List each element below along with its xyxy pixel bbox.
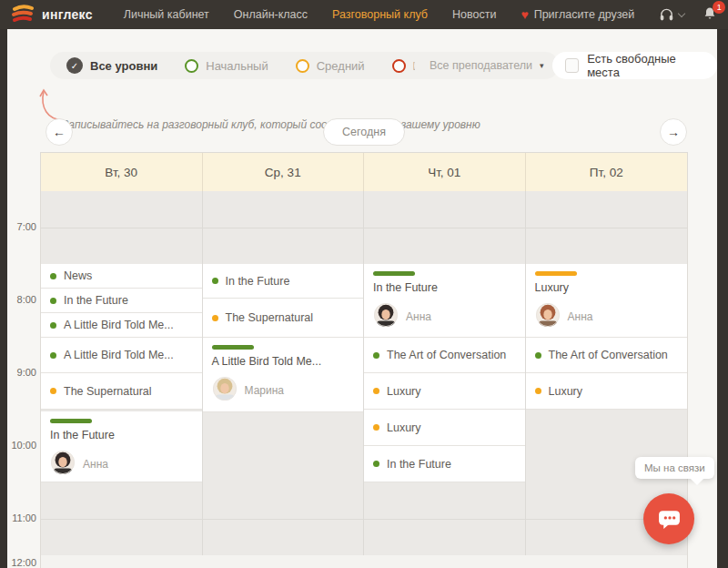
teacher-name: Анна <box>568 310 593 323</box>
arrow-right-icon: → <box>667 125 680 139</box>
teacher-name: Анна <box>406 310 431 323</box>
event-slot[interactable]: The Supernatural <box>203 299 364 338</box>
level-dot-icon <box>212 315 218 321</box>
level-dot-icon <box>50 273 56 279</box>
schedule-grid: Вт, 30 Ср, 31 Чт, 01 Пт, 02 News In the … <box>41 153 687 568</box>
level-dot-icon <box>212 278 218 284</box>
event-card[interactable]: In the Future <box>41 411 202 482</box>
day-column-tue: News In the Future A Little Bird Told Me… <box>41 264 203 482</box>
day-column-fri: Luxury <box>526 264 688 482</box>
grid-header-row: Вт, 30 Ср, 31 Чт, 01 Пт, 02 <box>41 153 687 191</box>
level-filter-beginner[interactable]: Начальный <box>185 59 268 73</box>
notification-badge: 1 <box>713 1 725 14</box>
empty-cell <box>203 482 365 555</box>
event-slot[interactable]: Luxury <box>364 410 525 446</box>
main-content: ✓ Все уровни Начальный Средний Высокий В… <box>7 29 717 568</box>
level-bar-icon <box>212 345 254 350</box>
today-button[interactable]: Сегодня <box>323 118 405 146</box>
logo[interactable]: инглекс <box>11 5 93 25</box>
event-slot[interactable]: The Art of Conversation <box>526 338 688 373</box>
event-slot[interactable]: The Supernatural <box>41 373 202 410</box>
event-slot[interactable]: Luxury <box>526 373 688 410</box>
event-slot[interactable]: In the Future <box>203 264 364 299</box>
green-ring-icon <box>185 59 198 73</box>
time-label: 8:00 <box>7 294 36 307</box>
yellow-ring-icon <box>296 59 309 73</box>
day-header-tue: Вт, 30 <box>41 153 203 191</box>
level-dot-icon <box>50 352 56 359</box>
notifications-button[interactable]: 1 <box>703 5 717 25</box>
hint-text: Записывайтесь на разговорный клуб, котор… <box>62 118 480 131</box>
nav-item-invite-friends[interactable]: ♥ Пригласите друзей <box>521 8 634 21</box>
level-dot-icon <box>50 298 56 304</box>
chat-button[interactable] <box>643 493 694 544</box>
level-filter-all[interactable]: ✓ Все уровни <box>66 57 157 74</box>
level-dot-icon <box>535 388 541 394</box>
chevron-down-icon <box>678 9 685 16</box>
event-slot[interactable]: In the Future <box>364 446 525 482</box>
empty-cell <box>526 191 688 264</box>
teacher-avatar <box>50 450 76 479</box>
empty-evening-band <box>41 482 687 555</box>
day-header-fri: Пт, 02 <box>526 153 688 191</box>
heart-icon: ♥ <box>521 8 528 21</box>
prev-week-button[interactable]: ← <box>46 118 73 146</box>
teacher-avatar <box>212 376 238 405</box>
time-label: 7:00 <box>7 221 36 234</box>
day-header-wed: Ср, 31 <box>203 153 365 191</box>
nav-item-online-class[interactable]: Онлайн-класс <box>234 8 308 21</box>
empty-cell <box>203 191 365 264</box>
top-nav: инглекс Личный кабинет Онлайн-класс Разг… <box>0 0 728 29</box>
next-hour-row <box>41 555 687 568</box>
event-card[interactable]: In the Future <box>364 264 525 338</box>
caret-down-icon: ▾ <box>540 61 544 70</box>
level-filter-group: ✓ Все уровни Начальный Средний Высокий <box>50 52 477 79</box>
event-slot[interactable]: A Little Bird Told Me... <box>41 338 202 373</box>
level-dot-icon <box>50 388 56 394</box>
level-dot-icon <box>50 322 56 329</box>
level-bar-icon <box>50 419 92 423</box>
level-bar-icon <box>535 271 577 276</box>
support-menu[interactable] <box>659 7 684 22</box>
level-bar-icon <box>373 271 415 276</box>
event-slot[interactable]: In the Future <box>41 289 202 313</box>
teachers-dropdown[interactable]: Все преподаватели ▾ <box>414 52 559 79</box>
event-slot[interactable]: A Little Bird Told Me... <box>41 313 202 338</box>
hint-arrow-icon <box>33 64 66 122</box>
event-slot[interactable]: News <box>41 264 202 289</box>
empty-cell <box>41 191 203 264</box>
check-circle-icon: ✓ <box>66 57 83 74</box>
teacher-avatar <box>535 302 561 331</box>
day-header-thu: Чт, 01 <box>364 153 526 191</box>
chat-tooltip: Мы на связи <box>635 457 714 479</box>
time-label: 9:00 <box>7 367 36 380</box>
nav-item-conversation-club[interactable]: Разговорный клуб <box>332 8 428 21</box>
teacher-name: Марина <box>245 384 284 397</box>
red-ring-icon <box>392 59 406 73</box>
event-slot[interactable]: Luxury <box>364 373 525 410</box>
events-area: News In the Future A Little Bird Told Me… <box>41 264 687 482</box>
nav-item-news[interactable]: Новости <box>452 8 496 21</box>
next-week-button[interactable]: → <box>660 118 687 146</box>
free-places-checkbox[interactable] <box>565 58 579 73</box>
time-label: 10:00 <box>7 440 36 452</box>
empty-cell <box>41 482 203 555</box>
nav-item-personal-cabinet[interactable]: Личный кабинет <box>124 8 209 21</box>
event-card[interactable]: A Little Bird Told Me... <box>203 338 364 412</box>
empty-cell <box>203 412 364 482</box>
empty-cell <box>364 482 526 555</box>
level-filter-intermediate[interactable]: Средний <box>296 59 365 73</box>
event-slot[interactable]: The Art of Conversation <box>364 338 525 373</box>
time-label: 12:00 <box>7 557 36 568</box>
teacher-name: Анна <box>83 458 108 471</box>
level-dot-icon <box>373 424 379 431</box>
day-column-thu: In the Future <box>364 264 526 482</box>
chat-bubble-icon <box>657 508 682 531</box>
level-dot-icon <box>535 352 541 359</box>
empty-morning-band <box>41 191 687 264</box>
empty-cell <box>364 191 526 264</box>
free-places-filter[interactable]: Есть свободные места <box>552 52 717 79</box>
level-dot-icon <box>373 388 379 394</box>
inglex-logo-icon <box>11 5 35 25</box>
event-card[interactable]: Luxury <box>526 264 688 338</box>
